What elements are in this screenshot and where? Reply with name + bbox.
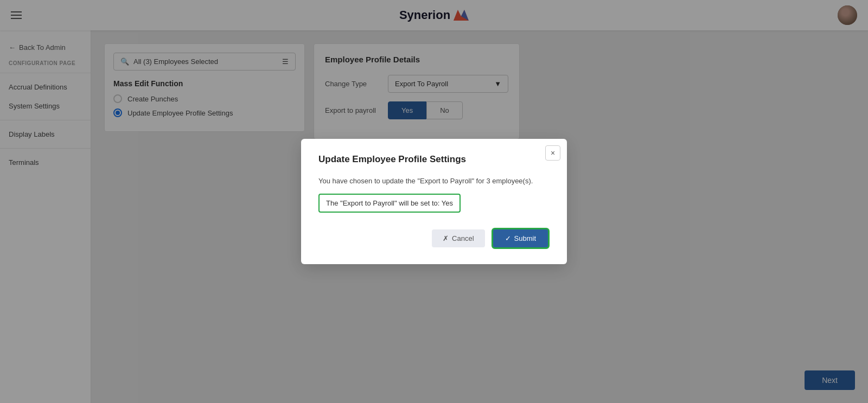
update-profile-modal: × Update Employee Profile Settings You h… xyxy=(301,139,567,265)
cancel-x-icon: ✗ xyxy=(443,234,449,242)
submit-check-icon: ✓ xyxy=(505,234,511,242)
modal-description: You have chosen to update the "Export to… xyxy=(318,176,550,187)
modal-cancel-button[interactable]: ✗ Cancel xyxy=(432,229,484,247)
modal-info-box: The "Export to Payroll" will be set to: … xyxy=(318,194,461,213)
modal-close-button[interactable]: × xyxy=(545,145,560,161)
modal-title: Update Employee Profile Settings xyxy=(318,154,550,165)
cancel-label: Cancel xyxy=(452,234,474,242)
modal-actions: ✗ Cancel ✓ Submit xyxy=(318,228,550,249)
submit-label: Submit xyxy=(514,234,536,242)
modal-submit-button[interactable]: ✓ Submit xyxy=(492,228,550,249)
modal-overlay: × Update Employee Profile Settings You h… xyxy=(0,0,868,403)
